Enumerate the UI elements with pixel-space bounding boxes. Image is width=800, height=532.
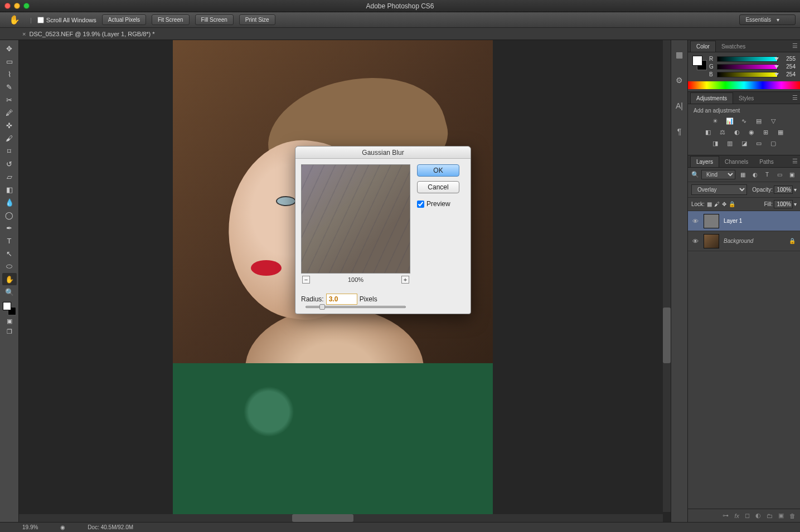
brightness-contrast-icon[interactable]: ☀ — [711, 117, 720, 125]
b-slider[interactable] — [717, 72, 778, 77]
properties-panel-icon[interactable]: ⚙ — [673, 74, 686, 87]
tab-paths[interactable]: Paths — [754, 157, 779, 167]
tab-styles[interactable]: Styles — [733, 93, 759, 104]
quick-select-tool[interactable]: ✎ — [2, 81, 17, 93]
status-zoom[interactable]: 19.9% — [22, 524, 38, 530]
layer-row[interactable]: 👁 Background 🔒 — [688, 231, 800, 251]
filter-adjust-icon[interactable]: ◐ — [750, 170, 760, 179]
scroll-all-windows-input[interactable] — [37, 17, 44, 23]
radius-slider-knob[interactable] — [319, 304, 325, 310]
crop-tool[interactable]: ✂ — [2, 94, 17, 106]
tab-adjustments[interactable]: Adjustments — [690, 92, 733, 104]
hue-sat-icon[interactable]: ◧ — [704, 128, 712, 136]
color-balance-icon[interactable]: ⚖ — [718, 128, 727, 136]
healing-brush-tool[interactable]: ✜ — [2, 119, 17, 131]
radius-slider[interactable] — [306, 306, 406, 308]
link-layers-icon[interactable]: ⊶ — [723, 512, 729, 519]
exposure-icon[interactable]: ▤ — [754, 117, 763, 125]
marquee-tool[interactable]: ▭ — [2, 55, 17, 67]
channel-mixer-icon[interactable]: ⊞ — [762, 128, 770, 136]
fit-screen-button[interactable]: Fit Screen — [152, 14, 190, 25]
scroll-all-windows-checkbox[interactable]: Scroll All Windows — [37, 17, 96, 23]
radius-input[interactable] — [326, 294, 357, 305]
tab-swatches[interactable]: Swatches — [716, 41, 751, 52]
vertical-scrollbar[interactable] — [663, 40, 671, 512]
layers-panel-menu-icon[interactable]: ☰ — [792, 158, 798, 165]
lock-all-icon[interactable]: 🔒 — [729, 201, 735, 207]
filter-shape-icon[interactable]: ▭ — [774, 170, 784, 179]
actual-pixels-button[interactable]: Actual Pixels — [102, 14, 146, 25]
horizontal-scrollbar-thumb[interactable] — [292, 514, 353, 522]
clone-stamp-tool[interactable]: ⌑ — [2, 145, 17, 157]
eyedropper-tool[interactable]: 🖉 — [2, 106, 17, 119]
adjustment-layer-icon[interactable]: ◐ — [755, 512, 761, 519]
threshold-icon[interactable]: ◪ — [740, 139, 749, 147]
status-preview-icon[interactable]: ◉ — [60, 524, 65, 530]
pen-tool[interactable]: ✒ — [2, 222, 17, 234]
blur-tool[interactable]: 💧 — [2, 196, 17, 208]
invert-icon[interactable]: ◨ — [711, 139, 720, 147]
document-tab[interactable]: × DSC_0523.NEF @ 19.9% (Layer 1, RGB/8*)… — [17, 29, 161, 39]
preview-checkbox[interactable]: Preview — [417, 200, 465, 208]
filter-smart-icon[interactable]: ▣ — [787, 170, 797, 179]
delete-layer-icon[interactable]: 🗑 — [789, 513, 796, 519]
quick-mask-button[interactable]: ▣ — [2, 316, 17, 326]
zoom-out-button[interactable]: − — [302, 276, 310, 284]
color-spectrum[interactable] — [688, 81, 800, 89]
opacity-input[interactable] — [774, 186, 793, 194]
fill-input[interactable] — [774, 200, 793, 208]
layer-group-icon[interactable]: 🗀 — [767, 513, 773, 519]
paragraph-panel-icon[interactable]: ¶ — [673, 125, 686, 138]
layer-name[interactable]: Background — [724, 238, 784, 244]
zoom-in-button[interactable]: + — [401, 276, 409, 284]
type-tool[interactable]: T — [2, 235, 17, 247]
cancel-button[interactable]: Cancel — [417, 181, 459, 193]
levels-icon[interactable]: 📊 — [725, 117, 734, 125]
color-lookup-icon[interactable]: ▦ — [776, 128, 785, 136]
b-value[interactable]: 254 — [780, 71, 796, 77]
hand-tool[interactable]: ✋ — [2, 273, 17, 285]
path-selection-tool[interactable]: ↖ — [2, 247, 17, 260]
photo-filter-icon[interactable]: ◉ — [747, 128, 756, 136]
posterize-icon[interactable]: ▥ — [725, 139, 734, 147]
eraser-tool[interactable]: ▱ — [2, 170, 17, 183]
vibrance-icon[interactable]: ▽ — [769, 117, 778, 125]
character-panel-icon[interactable]: A| — [673, 99, 686, 113]
selective-color-icon[interactable]: ▢ — [769, 139, 778, 147]
g-slider[interactable] — [717, 64, 778, 70]
lasso-tool[interactable]: ⌇ — [2, 68, 17, 80]
layer-style-icon[interactable]: fx — [734, 513, 739, 519]
tab-close-icon[interactable]: × — [22, 31, 26, 37]
color-panel-swatches[interactable] — [692, 56, 707, 70]
tab-channels[interactable]: Channels — [719, 157, 754, 167]
foreground-color-swatch[interactable] — [3, 302, 11, 310]
preview-checkbox-input[interactable] — [417, 201, 424, 208]
opacity-stepper-icon[interactable]: ▾ — [794, 187, 797, 193]
lock-pixels-icon[interactable]: 🖌 — [714, 201, 720, 207]
horizontal-scrollbar[interactable] — [19, 514, 663, 522]
filter-type-icon[interactable]: T — [762, 170, 772, 179]
print-size-button[interactable]: Print Size — [239, 14, 275, 25]
lock-position-icon[interactable]: ✥ — [722, 201, 726, 207]
r-value[interactable]: 255 — [780, 56, 796, 62]
fill-stepper-icon[interactable]: ▾ — [794, 201, 797, 207]
status-doc-size[interactable]: Doc: 40.5M/92.0M — [88, 524, 133, 530]
move-tool[interactable]: ✥ — [2, 42, 17, 55]
layer-mask-icon[interactable]: ◻ — [745, 512, 750, 519]
ok-button[interactable]: OK — [417, 164, 459, 177]
foreground-background-swatch[interactable] — [3, 302, 16, 315]
workspace-switcher[interactable]: Essentials — [739, 14, 796, 25]
history-panel-icon[interactable]: ▦ — [673, 48, 686, 61]
layer-row[interactable]: 👁 Layer 1 — [688, 211, 800, 231]
color-panel-menu-icon[interactable]: ☰ — [792, 42, 798, 50]
blend-mode-select[interactable]: Overlay — [691, 184, 747, 195]
zoom-tool[interactable]: 🔍 — [2, 286, 17, 298]
fill-screen-button[interactable]: Fill Screen — [195, 14, 234, 25]
adjustments-panel-menu-icon[interactable]: ☰ — [792, 94, 798, 101]
dialog-preview-image[interactable] — [301, 164, 410, 274]
bw-icon[interactable]: ◐ — [733, 128, 741, 136]
tab-color[interactable]: Color — [690, 41, 716, 52]
curves-icon[interactable]: ∿ — [740, 117, 749, 125]
shape-tool[interactable]: ⬭ — [2, 260, 17, 272]
filter-pixel-icon[interactable]: ▦ — [738, 170, 748, 179]
